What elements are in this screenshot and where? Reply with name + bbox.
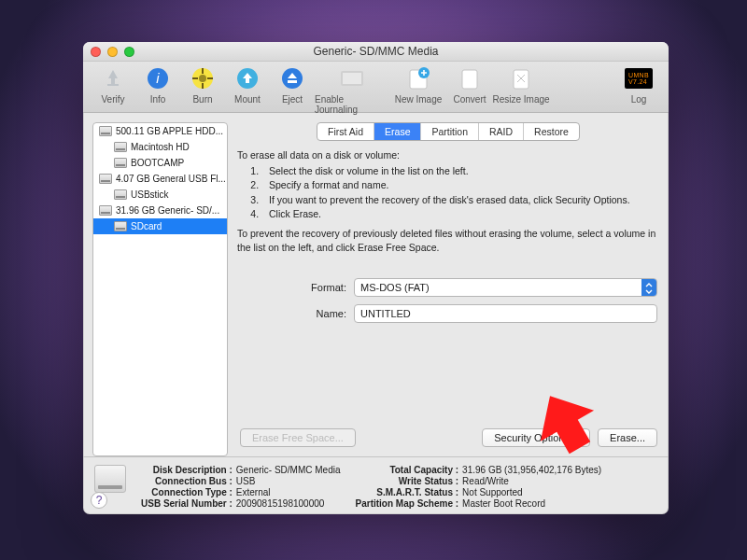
drive-icon bbox=[114, 189, 127, 200]
svg-rect-15 bbox=[514, 70, 529, 89]
chevron-updown-icon bbox=[645, 283, 653, 294]
format-label: Format: bbox=[237, 282, 354, 293]
sidebar-item-label: USBstick bbox=[131, 189, 169, 200]
toolbar-mount[interactable]: Mount bbox=[225, 64, 270, 105]
toolbar-burn[interactable]: Burn bbox=[180, 64, 225, 105]
svg-rect-14 bbox=[462, 70, 477, 89]
close-button[interactable] bbox=[91, 47, 101, 57]
info-icon: i bbox=[144, 64, 172, 92]
disk-utility-window: Generic- SD/MMC Media Verify i Info Burn… bbox=[83, 42, 669, 514]
instruction-step: If you want to prevent the recovery of t… bbox=[261, 193, 656, 207]
sidebar-item[interactable]: BOOTCAMP bbox=[93, 155, 227, 171]
sidebar-item[interactable]: Macintosh HD bbox=[93, 139, 227, 155]
resize-icon bbox=[507, 64, 535, 92]
tab-erase[interactable]: Erase bbox=[374, 123, 421, 140]
drive-icon bbox=[99, 174, 112, 184]
new-image-icon bbox=[404, 64, 432, 92]
sidebar-item-label: BOOTCAMP bbox=[131, 158, 184, 168]
microscope-icon bbox=[99, 64, 127, 92]
titlebar: Generic- SD/MMC Media bbox=[83, 42, 669, 62]
toolbar-info[interactable]: i Info bbox=[135, 64, 180, 105]
minimize-button[interactable] bbox=[107, 47, 118, 57]
sidebar-item-label: Macintosh HD bbox=[131, 142, 190, 152]
journaling-icon bbox=[338, 64, 366, 92]
sidebar-item[interactable]: 500.11 GB APPLE HDD... bbox=[93, 123, 227, 139]
traffic-lights bbox=[91, 47, 134, 57]
sidebar-item[interactable]: USBstick bbox=[93, 187, 227, 203]
sidebar-item[interactable]: 4.07 GB General USB Fl... bbox=[93, 171, 227, 187]
format-row: Format: MS-DOS (FAT) bbox=[237, 278, 659, 297]
help-button[interactable]: ? bbox=[91, 492, 107, 509]
toolbar-eject[interactable]: Eject bbox=[270, 64, 315, 105]
security-options-button[interactable]: Security Options... bbox=[482, 428, 590, 447]
toolbar-resize[interactable]: Resize Image bbox=[492, 64, 550, 105]
tab-restore[interactable]: Restore bbox=[524, 123, 579, 140]
tab-raid[interactable]: RAID bbox=[479, 123, 524, 140]
sidebar-item[interactable]: SDcard bbox=[93, 218, 227, 234]
sidebar-item[interactable]: 31.96 GB Generic- SD/... bbox=[93, 203, 227, 218]
button-row: Erase Free Space... Security Options... … bbox=[237, 423, 659, 456]
content-pane: First Aid Erase Partition RAID Restore T… bbox=[237, 122, 659, 456]
tab-first-aid[interactable]: First Aid bbox=[317, 123, 374, 140]
toolbar-new-image[interactable]: New Image bbox=[389, 64, 447, 105]
info-footer: Disk Description :Generic- SD/MMC Media … bbox=[83, 456, 669, 514]
drive-icon bbox=[114, 158, 127, 168]
window-title: Generic- SD/MMC Media bbox=[83, 45, 669, 58]
svg-rect-11 bbox=[343, 73, 361, 84]
sidebar-item-label: 4.07 GB General USB Fl... bbox=[116, 174, 226, 184]
drive-icon bbox=[114, 142, 127, 152]
sidebar-item-label: SDcard bbox=[131, 221, 162, 231]
sidebar-item-label: 31.96 GB Generic- SD/... bbox=[116, 205, 219, 216]
drive-icon bbox=[99, 205, 112, 216]
footer-right-column: Total Capacity :31.96 GB (31,956,402,176… bbox=[356, 465, 602, 509]
tab-bar: First Aid Erase Partition RAID Restore bbox=[237, 122, 659, 141]
toolbar-log[interactable]: UMNBV7.24 Log bbox=[616, 64, 661, 105]
erase-free-space-button: Erase Free Space... bbox=[240, 428, 356, 447]
device-sidebar[interactable]: 500.11 GB APPLE HDD...Macintosh HDBOOTCA… bbox=[92, 122, 228, 456]
footer-left-column: Disk Description :Generic- SD/MMC Media … bbox=[141, 465, 341, 509]
convert-icon bbox=[456, 64, 484, 92]
svg-point-3 bbox=[199, 75, 206, 82]
sidebar-item-label: 500.11 GB APPLE HDD... bbox=[116, 126, 223, 136]
format-select[interactable]: MS-DOS (FAT) bbox=[354, 278, 657, 297]
mount-icon bbox=[233, 64, 261, 92]
log-icon: UMNBV7.24 bbox=[625, 64, 653, 92]
burn-icon bbox=[189, 64, 217, 92]
toolbar-verify[interactable]: Verify bbox=[91, 64, 135, 105]
drive-icon bbox=[99, 126, 112, 136]
instructions-text: To erase all data on a disk or volume: S… bbox=[237, 148, 659, 265]
tab-partition[interactable]: Partition bbox=[421, 123, 479, 140]
instruction-step: Select the disk or volume in the list on… bbox=[261, 164, 656, 178]
instruction-step: Specify a format and name. bbox=[261, 178, 656, 192]
instruction-step: Click Erase. bbox=[261, 207, 656, 221]
toolbar: Verify i Info Burn Mount Eject bbox=[83, 62, 669, 113]
main-area: 500.11 GB APPLE HDD...Macintosh HDBOOTCA… bbox=[83, 113, 669, 456]
toolbar-journaling[interactable]: Enable Journaling bbox=[315, 64, 389, 115]
erase-button[interactable]: Erase... bbox=[598, 428, 657, 447]
name-input[interactable]: UNTITLED bbox=[354, 304, 657, 323]
eject-icon bbox=[278, 64, 306, 92]
zoom-button[interactable] bbox=[124, 47, 134, 57]
name-row: Name: UNTITLED bbox=[237, 304, 659, 323]
disk-icon bbox=[94, 465, 126, 493]
toolbar-convert[interactable]: Convert bbox=[447, 64, 492, 105]
drive-icon bbox=[114, 221, 127, 231]
name-label: Name: bbox=[237, 308, 354, 319]
